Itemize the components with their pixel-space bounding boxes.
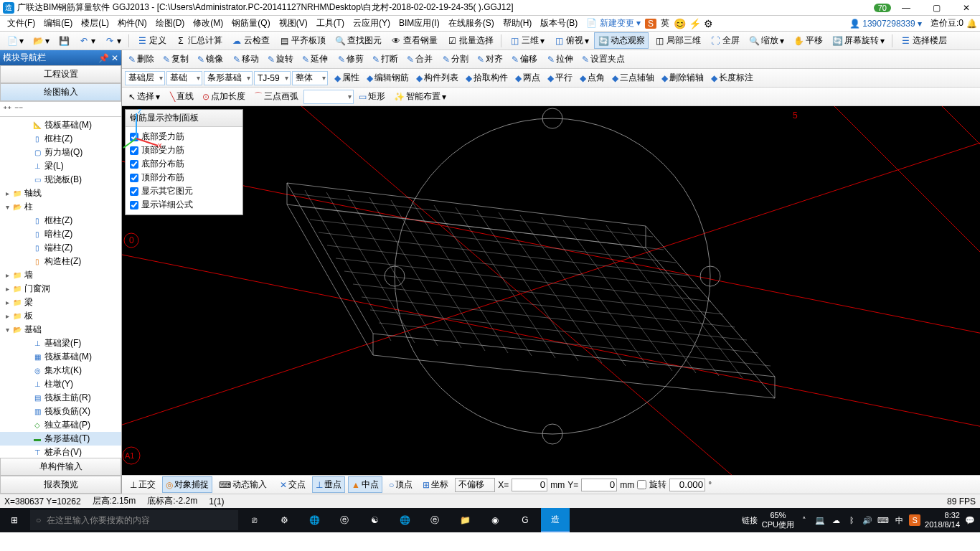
undo-button[interactable]: ↶▾: [75, 33, 99, 49]
arc-tool[interactable]: ⌒三点画弧: [250, 88, 302, 105]
dynamic-observe-button[interactable]: 🔄动态观察: [594, 32, 649, 49]
menu-视图(V)[interactable]: 视图(V): [275, 18, 312, 28]
tray-notif-icon[interactable]: 💬: [964, 514, 976, 526]
rect-tool[interactable]: ▭矩形: [355, 88, 389, 105]
scope-combo[interactable]: 整体: [292, 71, 328, 85]
rotate-input[interactable]: [669, 479, 705, 491]
edit-设置夹点[interactable]: ✎设置夹点: [578, 51, 628, 67]
menu-编辑(E)[interactable]: 编辑(E): [39, 18, 77, 28]
task-view-button[interactable]: ⎚: [240, 508, 268, 532]
ime-lang[interactable]: 英: [656, 17, 674, 29]
tree-item[interactable]: ▢剪力墙(Q): [0, 146, 121, 159]
edit-旋转[interactable]: ✎旋转: [264, 51, 297, 67]
tray-net-icon[interactable]: 💻: [814, 514, 826, 526]
batch-select-button[interactable]: ☑批量选择: [443, 32, 497, 49]
tree-item[interactable]: ⊥基础梁(F): [0, 336, 121, 350]
smart-layout-tool[interactable]: ✨智能布置 ▾: [390, 88, 450, 105]
tray-ime-icon[interactable]: 中: [893, 514, 905, 526]
tree-item[interactable]: ▸📁轴线: [0, 187, 121, 200]
tray-cloud-icon[interactable]: ☁: [830, 514, 842, 526]
snap-cross[interactable]: ✕交点: [276, 476, 309, 493]
new-change-button[interactable]: 📄 新建变更 ▾: [582, 17, 645, 29]
tray-link[interactable]: 链接: [742, 515, 758, 526]
tray-edge[interactable]: ⓔ: [330, 508, 359, 532]
tree-item[interactable]: ▸📁门窗洞: [0, 282, 121, 296]
tree-item[interactable]: ▯端柱(Z): [0, 241, 121, 255]
menu-云应用(Y)[interactable]: 云应用(Y): [349, 18, 395, 28]
snap-coord[interactable]: ⊞坐标: [419, 476, 452, 493]
menu-构件(N)[interactable]: 构件(N): [113, 18, 151, 28]
menu-文件(F)[interactable]: 文件(F): [3, 18, 39, 28]
x-input[interactable]: [512, 479, 547, 491]
ctx-编辑钢筋[interactable]: ◆编辑钢筋: [363, 70, 413, 86]
menu-BIM应用(I)[interactable]: BIM应用(I): [395, 18, 444, 28]
rotate-check[interactable]: [637, 480, 646, 489]
tree-item[interactable]: ▯框柱(Z): [0, 214, 121, 227]
tree-item[interactable]: ▸📁板: [0, 309, 121, 323]
edit-打断[interactable]: ✎打断: [369, 51, 402, 67]
flat-roof-button[interactable]: ▤平齐板顶: [275, 32, 329, 49]
ctx-构件列表[interactable]: ◆构件列表: [413, 70, 462, 86]
category-combo[interactable]: 基础: [166, 71, 202, 85]
menu-工具(T)[interactable]: 工具(T): [312, 18, 349, 28]
snap-mid[interactable]: ▲中点: [348, 476, 382, 493]
tree-item[interactable]: ▥筏板负筋(X): [0, 405, 121, 418]
floor-combo[interactable]: 基础层: [125, 71, 165, 85]
ime-badge[interactable]: S: [645, 19, 656, 29]
snap-perp[interactable]: ⊥垂点: [312, 476, 345, 493]
user-id[interactable]: 👤 13907298339 ▾: [844, 19, 928, 29]
edit-分割[interactable]: ✎分割: [439, 51, 472, 67]
tree-item[interactable]: ◎集水坑(K): [0, 364, 121, 377]
view-rebar-button[interactable]: 👁查看钢量: [387, 32, 441, 49]
close-button[interactable]: ✕: [956, 3, 977, 13]
tree-item[interactable]: ▯构造柱(Z): [0, 255, 121, 268]
edit-镜像[interactable]: ✎镜像: [194, 51, 227, 67]
draw-input-tab[interactable]: 绘图输入: [0, 83, 121, 101]
rebar-opt[interactable]: 顶部分布筋: [130, 171, 238, 184]
edit-偏移[interactable]: ✎偏移: [508, 51, 541, 67]
tree-item[interactable]: ◇独立基础(P): [0, 418, 121, 432]
define-button[interactable]: ☰定义: [133, 32, 170, 49]
tray-app-current[interactable]: 造: [541, 508, 570, 532]
collapse-all-icon[interactable]: ⁻⁻: [14, 104, 23, 114]
point-length-tool[interactable]: ⊙点加长度: [199, 88, 249, 105]
tree-item[interactable]: 📐筏板基础(M): [0, 118, 121, 132]
redo-button[interactable]: ↷▾: [100, 33, 125, 49]
tree-item[interactable]: ▯框柱(Z): [0, 132, 121, 146]
tree-item[interactable]: ⊤桩承台(V): [0, 446, 121, 458]
ctx-点角[interactable]: ◆点角: [576, 70, 608, 86]
ctx-三点辅轴[interactable]: ◆三点辅轴: [608, 70, 658, 86]
local-3d-button[interactable]: ◫局部三维: [650, 32, 705, 49]
ctx-拾取构件[interactable]: ◆拾取构件: [462, 70, 512, 86]
maximize-button[interactable]: ▢: [925, 3, 947, 13]
ctx-属性[interactable]: ◆属性: [331, 70, 363, 86]
rebar-opt[interactable]: 底部分布筋: [130, 157, 238, 171]
snap-end[interactable]: ○顶点: [385, 476, 416, 493]
sum-calc-button[interactable]: Σ汇总计算: [171, 32, 226, 49]
tray-app-2[interactable]: 🌐: [300, 508, 329, 532]
edit-删除[interactable]: ✎删除: [125, 51, 158, 67]
tree-item[interactable]: ▦筏板基础(M): [0, 350, 121, 364]
tray-key-icon[interactable]: ⌨: [877, 514, 889, 526]
3d-viewport[interactable]: 0 A1 5 钢筋显示控制面板 底部受力筋顶部受力筋底部分布筋顶部分布筋显示其它…: [122, 106, 980, 475]
edit-复制[interactable]: ✎复制: [159, 51, 192, 67]
menu-帮助(H)[interactable]: 帮助(H): [499, 18, 537, 28]
tree-item[interactable]: ▾📂柱: [0, 200, 121, 214]
expand-all-icon[interactable]: ⁺⁺: [3, 104, 11, 114]
view-3d-button[interactable]: ◫三维▾: [505, 32, 548, 49]
ctx-两点[interactable]: ◆两点: [512, 70, 544, 86]
ctx-平行[interactable]: ◆平行: [544, 70, 576, 86]
tree-item[interactable]: ⊥梁(L): [0, 159, 121, 173]
tray-app-1[interactable]: ⚙: [270, 508, 298, 532]
pan-button[interactable]: ✋平移: [789, 32, 826, 49]
tray-explorer[interactable]: 📁: [451, 508, 479, 532]
rebar-opt[interactable]: 显示其它图元: [130, 184, 238, 198]
tree-item[interactable]: ▤筏板主筋(R): [0, 391, 121, 405]
tray-up-icon[interactable]: ˄: [798, 514, 810, 526]
tray-app-8[interactable]: ◉: [481, 508, 509, 532]
tree-item[interactable]: ▸📁墙: [0, 268, 121, 282]
find-graph-button[interactable]: 🔍查找图元: [331, 32, 385, 49]
edit-拉伸[interactable]: ✎拉伸: [544, 51, 577, 67]
select-tool[interactable]: ↖选择 ▾: [125, 88, 164, 105]
taskbar-search[interactable]: ○ 在这里输入你要搜索的内容: [30, 510, 238, 530]
